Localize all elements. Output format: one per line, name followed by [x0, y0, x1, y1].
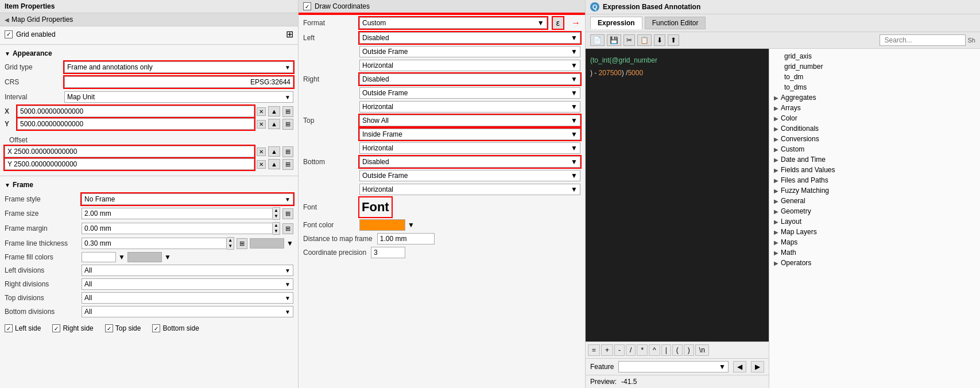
offset-y-clear[interactable]: ✕ [257, 160, 266, 169]
save-btn[interactable]: 💾 [607, 34, 621, 46]
func-category-item[interactable]: to_dm [772, 72, 978, 82]
frame-size-up[interactable]: ▲ [273, 208, 280, 214]
func-category-item[interactable]: ▶Aggregates [772, 92, 978, 103]
op-caret[interactable]: ^ [649, 344, 660, 356]
offset-x-link[interactable]: ⊞ [282, 146, 293, 157]
frame-margin-up[interactable]: ▲ [273, 223, 280, 228]
font-display[interactable]: Font [359, 197, 392, 217]
offset-x-clear[interactable]: ✕ [257, 148, 266, 156]
frame-size-link[interactable]: ⊞ [282, 208, 293, 219]
frame-thickness-down[interactable]: ▼ [227, 243, 234, 249]
op-star[interactable]: * [637, 344, 648, 356]
frame-fill-color1[interactable] [82, 252, 116, 262]
top-side-checkbox[interactable] [105, 324, 113, 332]
x-link-btn[interactable]: ⊞ [282, 106, 293, 117]
bottom-side-checkbox[interactable] [152, 324, 160, 332]
frame-thickness-link[interactable]: ⊞ [237, 238, 247, 249]
frame-margin-link[interactable]: ⊞ [282, 223, 293, 234]
bottom-position-combo[interactable]: Outside Frame ▼ [359, 170, 580, 181]
op-lparen[interactable]: ( [672, 344, 683, 356]
op-slash[interactable]: / [626, 344, 636, 356]
copy-btn[interactable]: 📋 [637, 34, 652, 46]
new-btn[interactable]: 📄 [590, 34, 605, 46]
font-color-arrow[interactable]: ▼ [408, 221, 415, 229]
func-category-item[interactable]: grid_number [772, 61, 978, 72]
frame-thickness-color[interactable] [250, 238, 284, 249]
font-color-swatch[interactable] [359, 219, 405, 231]
frame-margin-input[interactable]: 0.00 mm [82, 223, 273, 234]
func-category-item[interactable]: ▶General [772, 196, 978, 206]
op-newline[interactable]: \n [695, 344, 709, 356]
offset-y-input[interactable]: Y 2500.000000000000 [5, 158, 254, 170]
copy-icon[interactable]: ⊞ [286, 29, 293, 40]
right-combo[interactable]: Disabled ▼ [359, 73, 580, 85]
frame-thickness-input[interactable]: 0.30 mm [82, 238, 227, 249]
top-combo[interactable]: Show All ▼ [359, 115, 580, 126]
frame-margin-down[interactable]: ▼ [273, 228, 280, 234]
left-combo[interactable]: Disabled ▼ [359, 32, 580, 44]
op-plus[interactable]: + [601, 344, 613, 356]
func-category-item[interactable]: ▶Operators [772, 258, 978, 268]
left-position-combo[interactable]: Outside Frame ▼ [359, 46, 580, 57]
y-up-btn[interactable]: ▲ [268, 119, 280, 129]
frame-fill-color2[interactable] [127, 252, 162, 262]
func-category-item[interactable]: to_dms [772, 82, 978, 92]
top-orient-combo[interactable]: Horizontal ▼ [359, 142, 580, 154]
func-category-item[interactable]: ▶Files and Paths [772, 175, 978, 185]
func-category-item[interactable]: grid_axis [772, 51, 978, 61]
y-clear-btn[interactable]: ✕ [257, 120, 266, 129]
func-category-item[interactable]: ▶Date and Time [772, 154, 978, 165]
right-orient-combo[interactable]: Horizontal ▼ [359, 101, 580, 112]
offset-x-up[interactable]: ▲ [268, 146, 280, 157]
op-pipe[interactable]: | [661, 344, 671, 356]
frame-section[interactable]: ▼ Frame [0, 179, 298, 191]
epsilon-button[interactable]: ε [552, 16, 564, 30]
offset-y-link[interactable]: ⊞ [282, 159, 293, 170]
x-up-btn[interactable]: ▲ [268, 106, 280, 117]
func-category-item[interactable]: ▶Custom [772, 144, 978, 154]
left-side-checkbox[interactable] [5, 324, 13, 332]
search-input[interactable] [880, 34, 966, 46]
frame-size-down[interactable]: ▼ [273, 214, 280, 219]
func-category-item[interactable]: ▶Maps [772, 237, 978, 247]
feature-prev[interactable]: ◀ [733, 361, 746, 373]
precision-input[interactable]: 3 [371, 247, 405, 258]
func-category-item[interactable]: ▶Color [772, 113, 978, 123]
export-btn[interactable]: ⬆ [668, 34, 679, 46]
func-category-item[interactable]: ▶Conversions [772, 134, 978, 144]
func-category-item[interactable]: ▶Arrays [772, 103, 978, 113]
tab-function-editor[interactable]: Function Editor [645, 17, 706, 29]
frame-style-combo[interactable]: No Frame ▼ [82, 193, 293, 205]
func-category-item[interactable]: ▶Map Layers [772, 227, 978, 237]
frame-thickness-up[interactable]: ▲ [227, 238, 234, 243]
y-link-btn[interactable]: ⊞ [282, 119, 293, 130]
bottom-orient-combo[interactable]: Horizontal ▼ [359, 184, 580, 195]
import-btn[interactable]: ⬇ [654, 34, 665, 46]
func-category-item[interactable]: ▶Geometry [772, 206, 978, 216]
tab-expression[interactable]: Expression [590, 17, 642, 29]
draw-coord-checkbox[interactable] [303, 2, 311, 10]
offset-y-up[interactable]: ▲ [268, 159, 280, 169]
format-combo[interactable]: Custom ▼ [359, 17, 547, 29]
func-category-item[interactable]: ▶Math [772, 247, 978, 258]
op-minus[interactable]: - [614, 344, 625, 356]
offset-x-input[interactable]: X 2500.000000000000 [5, 146, 254, 157]
expr-code-area[interactable]: (to_int(@grid_number ) - 207500) /5000 [586, 49, 769, 342]
cut-btn[interactable]: ✂ [623, 34, 635, 46]
top-divisions-combo[interactable]: All ▼ [82, 292, 293, 304]
grid-type-combo[interactable]: Frame and annotations only ▼ [64, 61, 293, 73]
right-position-combo[interactable]: Outside Frame ▼ [359, 87, 580, 99]
top-position-combo[interactable]: Inside Frame ▼ [359, 129, 580, 140]
frame-size-input[interactable]: 2.00 mm [82, 208, 273, 219]
func-category-item[interactable]: ▶Fuzzy Matching [772, 185, 978, 196]
x-interval-input[interactable]: 5000.000000000000 [17, 106, 254, 117]
func-category-item[interactable]: ▶Conditionals [772, 123, 978, 134]
distance-input[interactable]: 1.00 mm [377, 233, 435, 245]
x-clear-btn[interactable]: ✕ [257, 107, 266, 116]
func-category-item[interactable]: ▶Fields and Values [772, 165, 978, 175]
bottom-divisions-combo[interactable]: All ▼ [82, 306, 293, 317]
op-eq[interactable]: = [588, 344, 600, 356]
left-divisions-combo[interactable]: All ▼ [82, 265, 293, 276]
appearance-section[interactable]: ▼ Appearance [0, 47, 298, 60]
interval-unit-combo[interactable]: Map Unit ▼ [64, 91, 293, 103]
